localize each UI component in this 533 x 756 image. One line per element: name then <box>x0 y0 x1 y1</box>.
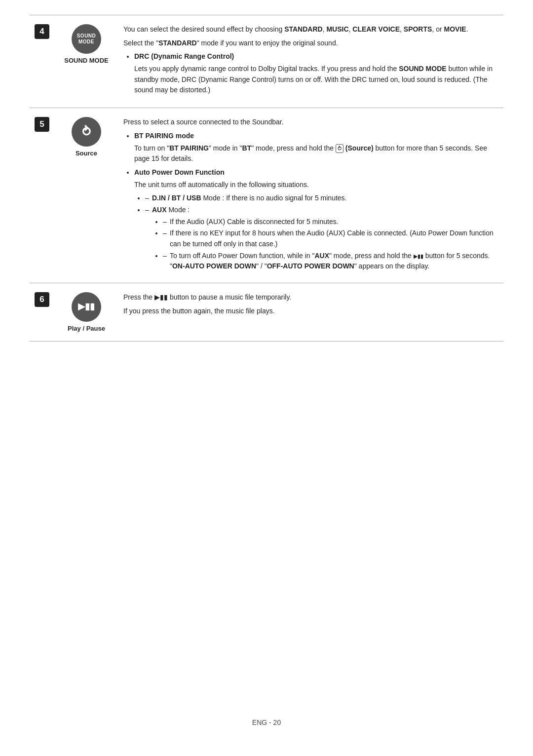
table-row: 6 ▶▮▮ Play / Pause Press the ▶▮▮ button … <box>30 283 503 341</box>
row-number-badge: 5 <box>35 117 49 132</box>
icon-cell-play-pause: ▶▮▮ Play / Pause <box>54 283 118 341</box>
source-label: Source <box>59 150 114 157</box>
aux-turn-off-item: To turn off Auto Power Down function, wh… <box>163 251 498 272</box>
bt-pairing-desc: To turn on "BT PAIRING" mode in "BT" mod… <box>134 143 498 164</box>
play-pause-desc-2: If you press the button again, the music… <box>123 306 498 317</box>
aux-mode-item: AUX Mode : If the Audio (AUX) Cable is d… <box>145 205 498 272</box>
auto-power-down-bullet: Auto Power Down Function The unit turns … <box>134 167 498 272</box>
aux-disconnected-item: If the Audio (AUX) Cable is disconnected… <box>163 217 498 227</box>
source-desc-1: Press to select a source connected to th… <box>123 117 498 128</box>
row-number-badge: 4 <box>35 24 49 39</box>
source-content: Press to select a source connected to th… <box>118 108 503 283</box>
auto-power-situations-list: D.IN / BT / USB Mode : If there is no au… <box>134 193 498 272</box>
icon-cell-sound-mode: SOUNDMODE SOUND MODE <box>54 15 118 108</box>
table-row: 5 ⥁ Source Press to select a source conn… <box>30 108 503 283</box>
play-pause-button-icon: ▶▮▮ <box>72 292 101 322</box>
row-number-cell: 4 <box>30 15 54 108</box>
row-number-badge: 6 <box>35 292 49 307</box>
play-pause-desc-1: Press the ▶▮▮ button to pause a music fi… <box>123 292 498 303</box>
source-bullet-list: BT PAIRING mode To turn on "BT PAIRING" … <box>123 131 498 272</box>
source-button-icon: ⥁ <box>72 117 101 147</box>
row-number-cell: 6 <box>30 283 54 341</box>
sound-mode-bullet-list: DRC (Dynamic Range Control) Lets you app… <box>123 51 498 96</box>
page-footer: ENG - 20 <box>30 718 503 726</box>
page-number: ENG - 20 <box>252 718 281 726</box>
table-row: 4 SOUNDMODE SOUND MODE You can select th… <box>30 15 503 108</box>
drc-desc: Lets you apply dynamic range control to … <box>134 64 498 96</box>
drc-bullet: DRC (Dynamic Range Control) Lets you app… <box>134 51 498 96</box>
play-pause-content: Press the ▶▮▮ button to pause a music fi… <box>118 283 503 341</box>
auto-power-desc: The unit turns off automatically in the … <box>134 180 498 190</box>
row-number-cell: 5 <box>30 108 54 283</box>
sound-mode-label: SOUND MODE <box>59 57 114 64</box>
sound-mode-button-icon: SOUNDMODE <box>72 24 101 54</box>
sound-mode-content: You can select the desired sound effect … <box>118 15 503 108</box>
icon-cell-source: ⥁ Source <box>54 108 118 283</box>
sound-mode-desc-2: Select the "STANDARD" mode if you want t… <box>123 38 498 49</box>
manual-table: 4 SOUNDMODE SOUND MODE You can select th… <box>30 15 503 341</box>
source-arrow-icon: ⥁ <box>82 124 91 140</box>
play-pause-label: Play / Pause <box>59 325 114 332</box>
din-bt-usb-item: D.IN / BT / USB Mode : If there is no au… <box>145 193 498 204</box>
aux-sub-list: If the Audio (AUX) Cable is disconnected… <box>152 217 498 272</box>
sound-mode-desc-1: You can select the desired sound effect … <box>123 24 498 35</box>
aux-no-key-item: If there is no KEY input for 8 hours whe… <box>163 228 498 249</box>
bt-pairing-bullet: BT PAIRING mode To turn on "BT PAIRING" … <box>134 131 498 164</box>
